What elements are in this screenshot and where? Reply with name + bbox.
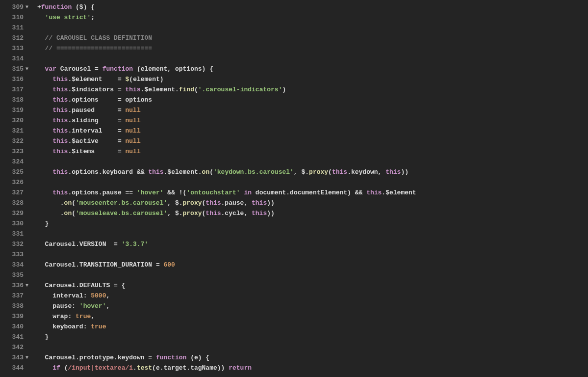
gutter-line: 338 [0, 301, 31, 311]
code-line[interactable]: 'use strict'; [37, 12, 588, 23]
gutter-line: 331 [0, 229, 31, 239]
code-line[interactable]: this.options = options [37, 95, 588, 105]
code-line[interactable] [37, 249, 588, 260]
code-line[interactable]: this.options.keyboard && this.$element.o… [37, 167, 588, 177]
token-p [110, 282, 114, 289]
code-line[interactable]: wrap: true, [37, 311, 588, 322]
token-id: e [194, 354, 198, 361]
line-number: 331 [6, 229, 24, 239]
token-p [122, 117, 126, 124]
code-line[interactable]: this.$indicators = this.$element.find('.… [37, 84, 588, 95]
token-p: { [118, 282, 126, 289]
code-line[interactable]: pause: 'hover', [37, 301, 588, 311]
token-s: 'hover' [79, 302, 106, 310]
token-p: ( [72, 199, 76, 207]
code-area[interactable]: +function ($) { 'use strict'; // CAROUSE… [33, 0, 588, 377]
gutter-line: 312 [0, 33, 31, 43]
token-p [37, 65, 45, 73]
token-p: . [305, 168, 309, 176]
token-bv: null [126, 107, 141, 114]
token-p: . [347, 168, 351, 176]
code-line[interactable]: this.paused = null [37, 105, 588, 115]
code-line[interactable]: interval: 5000, [37, 291, 588, 301]
code-line[interactable]: var Carousel = function (element, option… [37, 64, 588, 74]
token-id: e [156, 364, 160, 372]
gutter-line: 330 [0, 218, 31, 229]
code-line[interactable]: this.$element = $(element) [37, 74, 588, 84]
token-prop: pause [225, 199, 244, 207]
token-n: 5000 [91, 292, 106, 299]
gutter-line: 334 [0, 260, 31, 270]
token-op: = [118, 137, 122, 145]
gutter-line: 315▼ [0, 64, 31, 74]
token-p: ( [60, 364, 68, 372]
line-number: 342 [6, 342, 24, 352]
code-line[interactable]: Carousel.prototype.keydown = function (e… [37, 352, 588, 363]
code-line[interactable]: this.interval = null [37, 126, 588, 136]
code-line[interactable]: .on('mouseenter.bs.carousel', $.proxy(th… [37, 198, 588, 208]
code-editor[interactable]: 309▼310311312313314315▼31631731831932032… [0, 0, 588, 377]
token-p [133, 168, 137, 176]
token-p [122, 127, 126, 135]
code-line[interactable]: if (/input|textarea/i.test(e.target.tagN… [37, 363, 588, 373]
fold-icon[interactable]: ▼ [24, 280, 30, 291]
token-bv: null [126, 137, 141, 145]
code-line[interactable] [37, 23, 588, 33]
token-kw: if [52, 364, 60, 372]
code-line[interactable]: Carousel.TRANSITION_DURATION = 600 [37, 260, 588, 270]
code-line[interactable]: // CAROUSEL CLASS DEFINITION [37, 33, 588, 43]
token-p: , [106, 292, 110, 299]
code-line[interactable]: +function ($) { [37, 2, 588, 12]
gutter-line: 341 [0, 332, 31, 342]
token-p [160, 261, 164, 269]
token-p [37, 313, 52, 320]
token-p [106, 241, 114, 248]
fold-icon[interactable]: ▼ [24, 64, 30, 74]
token-th: this [252, 210, 267, 217]
gutter-line: 317 [0, 84, 31, 95]
token-prop: keydown [351, 168, 378, 176]
code-line[interactable]: // ========================= [37, 43, 588, 54]
code-line[interactable] [37, 157, 588, 167]
code-line[interactable]: this.$items = null [37, 146, 588, 157]
token-prop: target [164, 364, 187, 372]
token-p [37, 117, 52, 124]
token-p: ( [152, 364, 156, 372]
token-p [95, 148, 118, 155]
code-line[interactable]: } [37, 218, 588, 229]
fold-icon[interactable]: ▼ [24, 2, 30, 12]
line-number: 320 [6, 115, 24, 126]
code-line[interactable]: this.$active = null [37, 136, 588, 146]
code-line[interactable] [37, 54, 588, 64]
token-id: $ [79, 3, 83, 11]
token-id: Carousel [45, 282, 76, 289]
code-line[interactable] [37, 342, 588, 352]
gutter-line: 324 [0, 157, 31, 167]
token-p: ( [72, 3, 79, 11]
token-p [37, 127, 52, 135]
code-line[interactable]: this.sliding = null [37, 115, 588, 126]
code-line[interactable] [37, 177, 588, 188]
code-line[interactable]: } [37, 332, 588, 342]
token-p: . [141, 86, 145, 93]
code-line[interactable]: Carousel.VERSION = '3.3.7' [37, 239, 588, 249]
gutter-line: 339 [0, 311, 31, 322]
gutter-line: 326 [0, 177, 31, 188]
line-number: 341 [6, 332, 24, 342]
code-line[interactable] [37, 229, 588, 239]
token-p: . [37, 210, 64, 217]
code-line[interactable]: keyboard: true [37, 322, 588, 332]
code-line[interactable]: this.options.pause == 'hover' && !('onto… [37, 188, 588, 198]
fold-icon[interactable]: ▼ [24, 352, 30, 363]
token-p: . [179, 210, 183, 217]
line-number: 334 [6, 260, 24, 270]
line-number-gutter: 309▼310311312313314315▼31631731831932032… [0, 0, 33, 377]
token-op: = [118, 76, 122, 83]
code-line[interactable]: Carousel.DEFAULTS = { [37, 280, 588, 291]
token-op: && [167, 189, 175, 196]
token-p: . [186, 364, 190, 372]
code-line[interactable]: .on('mouseleave.bs.carousel', $.proxy(th… [37, 208, 588, 218]
token-fn: proxy [309, 168, 328, 176]
token-th: this [385, 168, 401, 176]
code-line[interactable] [37, 270, 588, 280]
